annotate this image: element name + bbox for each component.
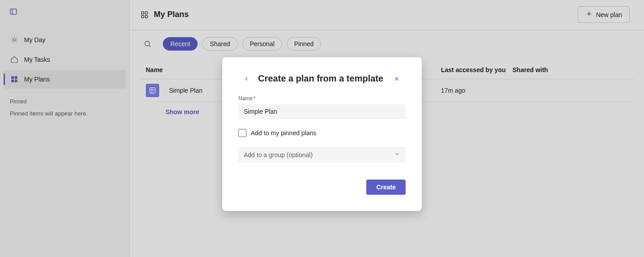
chevron-down-icon bbox=[394, 151, 400, 158]
pin-checkbox-label: Add to my pinned plans bbox=[251, 129, 316, 137]
modal-header: Create a plan from a template bbox=[242, 73, 406, 84]
group-select-wrap: Add to a group (optional) bbox=[238, 147, 406, 163]
pin-checkbox-row: Add to my pinned plans bbox=[238, 129, 406, 137]
create-button[interactable]: Create bbox=[366, 180, 406, 195]
close-button[interactable] bbox=[392, 74, 401, 83]
modal-footer: Create bbox=[238, 180, 406, 195]
plan-name-input[interactable] bbox=[238, 104, 406, 119]
create-plan-modal: Create a plan from a template Name* Add … bbox=[222, 57, 422, 211]
modal-title: Create a plan from a template bbox=[258, 73, 383, 84]
group-select[interactable]: Add to a group (optional) bbox=[238, 147, 406, 163]
required-asterisk: * bbox=[254, 95, 256, 102]
group-select-placeholder: Add to a group (optional) bbox=[244, 151, 313, 158]
pin-checkbox[interactable] bbox=[238, 129, 246, 137]
name-field-label: Name* bbox=[238, 95, 406, 102]
back-button[interactable] bbox=[242, 74, 251, 83]
